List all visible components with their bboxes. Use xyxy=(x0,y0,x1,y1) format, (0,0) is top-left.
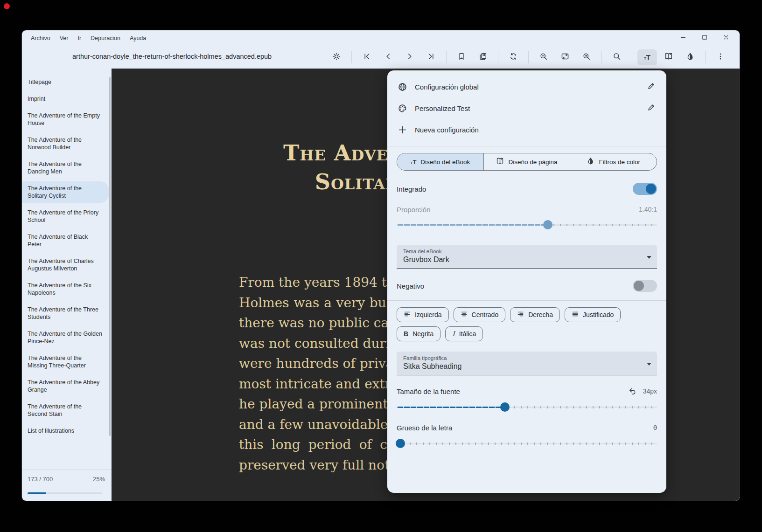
profile-global[interactable]: Configuración global xyxy=(387,76,666,97)
edit-personalized-profile-button[interactable] xyxy=(644,101,658,115)
titlebar: ArchivoVerIrDepuracionAyuda xyxy=(22,30,740,46)
chip-centrado[interactable]: Centrado xyxy=(454,307,506,322)
sidebar-item-the-adventure-of-the-missing-three-quarter[interactable]: The Adventure of the Missing Three-Quart… xyxy=(22,351,109,373)
align-left-icon xyxy=(404,311,411,319)
toolbar-divider xyxy=(632,51,632,63)
tab-dise-o-del-ebook[interactable]: tTDiseño del eBook xyxy=(397,153,484,170)
sidebar-item-the-adventure-of-the-priory-school[interactable]: The Adventure of the Priory School xyxy=(22,206,109,227)
sidebar-item-the-adventure-of-the-three-students[interactable]: The Adventure of the Three Students xyxy=(22,303,109,324)
sidebar-item-the-adventure-of-charles-augustus-milverton[interactable]: The Adventure of Charles Augustus Milver… xyxy=(22,254,109,276)
first-page-button[interactable] xyxy=(357,49,377,65)
proporcion-slider[interactable] xyxy=(397,220,657,229)
font-weight-slider[interactable] xyxy=(397,439,657,448)
globe-icon xyxy=(397,81,408,92)
menu-archivo[interactable]: Archivo xyxy=(27,33,55,43)
bookmark-button[interactable] xyxy=(452,49,471,65)
tab-label: Diseño del eBook xyxy=(420,159,470,166)
toolbar-divider xyxy=(601,51,602,63)
menu-button[interactable] xyxy=(711,49,730,65)
prev-page-button[interactable] xyxy=(378,49,398,65)
chip-label: Centrado xyxy=(472,311,499,318)
close-button[interactable] xyxy=(719,33,733,44)
menu-ayuda[interactable]: Ayuda xyxy=(126,33,150,43)
sidebar-item-the-adventure-of-the-norwood-builder[interactable]: The Adventure of the Norwood Builder xyxy=(22,133,109,154)
font-size-reset-button[interactable] xyxy=(628,387,636,395)
chip-justificado[interactable]: Justificado xyxy=(565,307,621,322)
palette-icon xyxy=(397,103,408,114)
zoom-out-button[interactable] xyxy=(534,49,553,65)
align-right-icon xyxy=(517,311,524,319)
pencil-icon xyxy=(647,82,655,92)
toolbar-divider xyxy=(498,51,498,63)
sidebar-item-the-adventure-of-black-peter[interactable]: The Adventure of Black Peter xyxy=(22,230,109,251)
library-button[interactable] xyxy=(473,49,493,65)
chip-label: Izquierda xyxy=(415,311,442,318)
sidebar-status: 173 / 700 25% xyxy=(22,470,112,501)
format-text-icon: tT xyxy=(644,53,650,62)
negativo-toggle[interactable] xyxy=(633,280,657,292)
maximize-button[interactable] xyxy=(698,33,712,44)
sidebar-item-imprint[interactable]: Imprint xyxy=(22,92,109,106)
next-page-button[interactable] xyxy=(400,49,419,65)
chip-negrita[interactable]: BNegrita xyxy=(397,326,440,341)
tab-label: Diseño de página xyxy=(508,159,557,166)
font-family-value: Sitka Subheading xyxy=(403,362,650,371)
chip-label: Derecha xyxy=(528,311,553,318)
last-page-button[interactable] xyxy=(421,49,441,65)
menu-ver[interactable]: Ver xyxy=(56,33,73,43)
edit-global-profile-button[interactable] xyxy=(644,80,658,94)
sidebar-item-list-of-illustrations[interactable]: List of Illustrations xyxy=(22,424,109,438)
font-size-slider[interactable] xyxy=(397,402,657,412)
chip-label: Justificado xyxy=(583,311,614,318)
next-page-icon xyxy=(405,52,414,62)
chip-izquierda[interactable]: Izquierda xyxy=(397,307,449,322)
sidebar-item-the-adventure-of-the-golden-pince-nez[interactable]: The Adventure of the Golden Pince-Nez xyxy=(22,327,109,348)
font-size-value: 34px xyxy=(643,387,657,395)
font-weight-label: Grueso de la letra xyxy=(397,424,452,432)
new-config-button[interactable]: Nueva configuración xyxy=(387,119,666,140)
search-button[interactable] xyxy=(607,49,627,65)
zoom-in-button[interactable] xyxy=(577,49,596,65)
sidebar-item-the-adventure-of-the-dancing-men[interactable]: The Adventure of the Dancing Men xyxy=(22,157,109,179)
sidebar-item-the-adventure-of-the-empty-house[interactable]: The Adventure of the Empty House xyxy=(22,109,109,130)
theme-select[interactable]: Tema del eBook Gruvbox Dark xyxy=(397,245,657,269)
profile-personalized[interactable]: Personalized Test xyxy=(387,97,666,119)
sidebar-item-the-adventure-of-the-abbey-grange[interactable]: The Adventure of the Abbey Grange xyxy=(22,375,109,397)
document-filename: arthur-conan-doyle_the-return-of-sherloc… xyxy=(72,53,272,60)
zoom-in-icon xyxy=(582,52,591,62)
brightness-button[interactable] xyxy=(327,49,346,65)
first-page-icon xyxy=(363,52,371,62)
menu-bar: ArchivoVerIrDepuracionAyuda xyxy=(22,33,150,43)
bold-icon: B xyxy=(404,330,408,338)
fit-page-button[interactable] xyxy=(555,49,575,65)
sidebar-item-the-adventure-of-the-six-napoleons[interactable]: The Adventure of the Six Napoleons xyxy=(22,278,109,300)
last-page-icon xyxy=(427,52,435,62)
tab-dise-o-de-p-gina[interactable]: Diseño de página xyxy=(484,153,571,170)
book-layout-icon xyxy=(496,157,504,166)
refresh-button[interactable] xyxy=(503,49,523,65)
back-button[interactable] xyxy=(45,49,62,65)
sidebar-item-the-adventure-of-the-solitary-cyclist[interactable]: The Adventure of the Solitary Cyclist xyxy=(22,181,109,203)
format-text-button[interactable]: tT xyxy=(637,49,657,65)
integrado-label: Integrado xyxy=(397,185,426,193)
chip-derecha[interactable]: Derecha xyxy=(510,307,560,322)
progress-percent: 25% xyxy=(93,476,105,483)
tab-filtros-de-color[interactable]: Filtros de color xyxy=(570,153,657,170)
sidebar-item-titlepage[interactable]: Titlepage xyxy=(22,75,109,89)
chip-label: Itálica xyxy=(459,330,476,338)
sidebar-item-the-adventure-of-the-second-stain[interactable]: The Adventure of the Second Stain xyxy=(22,400,109,421)
menu-icon xyxy=(716,52,725,62)
font-family-select[interactable]: Familia tipográfica Sitka Subheading xyxy=(397,352,657,375)
font-family-label: Familia tipográfica xyxy=(403,355,650,361)
sidebar-scrollbar[interactable] xyxy=(109,77,111,436)
format-text-icon: tT xyxy=(411,159,417,166)
book-layout-button[interactable] xyxy=(659,49,678,65)
color-filter-button[interactable] xyxy=(680,49,700,65)
integrado-toggle[interactable] xyxy=(633,183,657,195)
menu-ir[interactable]: Ir xyxy=(73,33,85,43)
fit-page-icon xyxy=(561,52,569,62)
minimize-button[interactable] xyxy=(676,33,690,44)
chip-it-lica[interactable]: IItálica xyxy=(445,326,483,341)
color-filter-icon xyxy=(686,52,694,62)
menu-depuracion[interactable]: Depuracion xyxy=(86,33,125,43)
